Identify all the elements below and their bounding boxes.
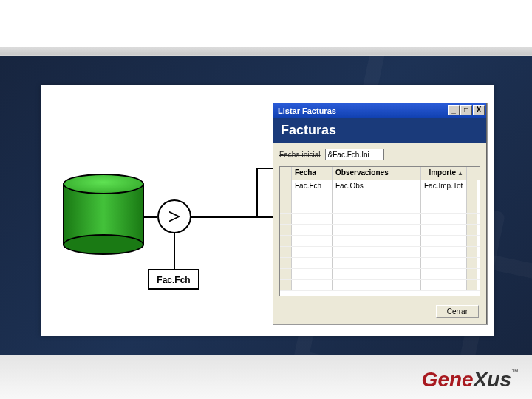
connector-line	[174, 233, 175, 269]
window-titlebar[interactable]: Listar Facturas _ □ X	[273, 103, 486, 118]
operator-node: >	[157, 200, 191, 233]
grid-row[interactable]	[280, 236, 480, 247]
connector-line	[256, 168, 258, 218]
grid-row[interactable]: Fac.Fch Fac.Obs Fac.Imp.Tot	[280, 180, 480, 191]
diagram-canvas: > Fac.Fch Listar Facturas _ □ X Facturas…	[41, 85, 494, 336]
app-window: Listar Facturas _ □ X Facturas Fecha ini…	[273, 103, 487, 324]
brand-logo: GeneXus™	[422, 368, 519, 392]
connector-line	[256, 168, 273, 169]
window-maximize-button[interactable]: □	[460, 105, 472, 115]
grid-row[interactable]	[280, 280, 480, 291]
grid-header-row: Fecha Observaciones Importe▲	[280, 167, 480, 180]
cell-fecha: Fac.Fch	[292, 180, 332, 191]
grid-row[interactable]	[280, 202, 480, 214]
window-title-text: Listar Facturas	[278, 106, 336, 115]
filter-row: Fecha inicial	[279, 149, 480, 160]
slide-footer: GeneXus™	[0, 355, 532, 399]
brand-part1: Gene	[422, 368, 474, 391]
grid-row-selector[interactable]	[280, 180, 292, 191]
window-header: Facturas	[273, 118, 486, 143]
grid-col-fecha[interactable]: Fecha	[292, 167, 332, 180]
field-box-facfch: Fac.Fch	[148, 269, 200, 290]
window-minimize-button[interactable]: _	[448, 105, 460, 115]
window-body: Fecha inicial Fecha Observaciones Import…	[273, 143, 486, 302]
slide-header	[0, 0, 532, 47]
data-grid[interactable]: Fecha Observaciones Importe▲ Fac.Fch Fac…	[279, 166, 480, 296]
cell-importe: Fac.Imp.Tot	[421, 180, 467, 191]
grid-scrollbar-cell	[467, 180, 477, 191]
grid-row[interactable]	[280, 214, 480, 225]
grid-row[interactable]	[280, 258, 480, 269]
grid-row[interactable]	[280, 225, 480, 236]
window-close-button[interactable]: X	[473, 105, 485, 115]
grid-col-importe[interactable]: Importe▲	[421, 167, 467, 180]
brand-part2: Xus	[474, 368, 511, 391]
grid-col-observaciones[interactable]: Observaciones	[332, 167, 421, 180]
sort-indicator-icon: ▲	[457, 170, 463, 177]
grid-row[interactable]	[280, 269, 480, 280]
grid-row-selector-header	[280, 167, 292, 180]
field-label-fecha-inicial: Fecha inicial	[279, 151, 321, 159]
fecha-inicial-input[interactable]	[325, 149, 384, 160]
connector-line	[191, 216, 273, 218]
database-cylinder-icon	[63, 174, 144, 255]
connector-line	[144, 216, 157, 218]
cell-observaciones: Fac.Obs	[332, 180, 421, 191]
grid-row[interactable]	[280, 247, 480, 258]
brand-tm: ™	[511, 368, 519, 376]
cerrar-button[interactable]: Cerrar	[436, 305, 479, 318]
grid-row[interactable]	[280, 191, 480, 202]
grid-scrollbar-header	[467, 167, 477, 180]
